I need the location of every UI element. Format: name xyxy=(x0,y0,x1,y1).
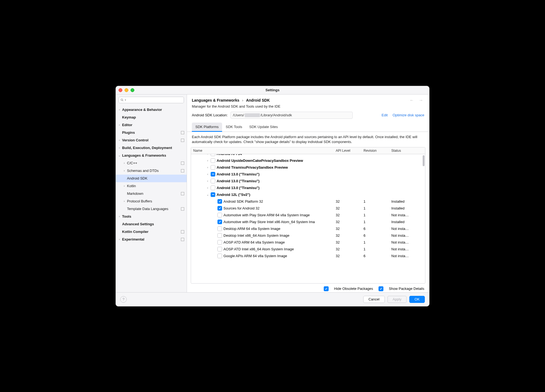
sdk-location-field[interactable]: /Users/ /Library/Android/sdk xyxy=(231,112,353,119)
row-checkbox[interactable] xyxy=(211,158,215,163)
row-checkbox[interactable] xyxy=(217,226,222,231)
chevron-right-icon[interactable]: › xyxy=(122,162,126,165)
tab-sdk-platforms[interactable]: SDK Platforms xyxy=(192,123,222,132)
row-label: Android 13.0 ("Tiramisu") xyxy=(217,186,259,190)
table-row[interactable]: Google APIs ARM 64 v8a System Image326No… xyxy=(191,253,425,259)
apply-button[interactable]: Apply xyxy=(387,296,407,303)
sidebar-item[interactable]: ›Schemas and DTDs xyxy=(116,167,187,175)
table-row[interactable]: Automotive with Play Store ARM 64 v8a Sy… xyxy=(191,212,425,218)
search-filter-dropdown-icon[interactable]: ▾ xyxy=(125,99,126,101)
chevron-right-icon[interactable]: › xyxy=(117,146,121,149)
sidebar-item-label: Build, Execution, Deployment xyxy=(122,146,172,150)
table-row[interactable]: Desktop ARM 64 v8a System Image326Not in… xyxy=(191,225,425,232)
row-checkbox[interactable] xyxy=(211,165,215,170)
sidebar-item[interactable]: Plugins xyxy=(116,129,187,136)
sidebar-item[interactable]: Keymap xyxy=(116,114,187,121)
row-checkbox[interactable] xyxy=(211,172,215,177)
sidebar-item-label: Advanced Settings xyxy=(122,222,154,226)
sidebar-item[interactable]: ›Tools xyxy=(116,213,187,220)
edit-link[interactable]: Edit xyxy=(382,113,387,117)
tab-sdk-update-sites[interactable]: SDK Update Sites xyxy=(246,123,281,132)
table-row[interactable]: Android SDK Platform 32321Installed xyxy=(191,198,425,205)
sidebar-item[interactable]: ›Build, Execution, Deployment xyxy=(116,144,187,152)
chevron-down-icon[interactable]: ⌄ xyxy=(206,193,209,196)
table-row[interactable]: Desktop Intel x86_64 Atom System Image32… xyxy=(191,232,425,239)
table-row[interactable]: ›Android 13.0 ("Tiramisu") xyxy=(191,178,425,184)
chevron-right-icon[interactable]: › xyxy=(206,166,209,169)
row-revision: 1 xyxy=(361,206,389,210)
row-checkbox[interactable] xyxy=(211,154,215,156)
table-row[interactable]: ›Android 13.0 ("Tiramisu") xyxy=(191,171,425,178)
table-row[interactable]: ›Android TiramisuPrivacySandbox Preview xyxy=(191,164,425,171)
scope-indicator-icon xyxy=(181,207,184,211)
sidebar-item[interactable]: ›C/C++ xyxy=(116,159,187,167)
table-row[interactable]: ›Android 13.0 ("Tiramisu") xyxy=(191,184,425,191)
chevron-right-icon[interactable]: › xyxy=(117,108,121,111)
ok-button[interactable]: OK xyxy=(409,296,425,303)
table-row[interactable]: Sources for Android 32321Installed xyxy=(191,205,425,212)
show-details-checkbox[interactable] xyxy=(379,286,383,291)
chevron-right-icon[interactable]: › xyxy=(206,159,209,162)
row-checkbox[interactable] xyxy=(217,199,222,204)
row-revision: 1 xyxy=(361,199,389,203)
sidebar-item[interactable]: Markdown xyxy=(116,190,187,197)
chevron-right-icon[interactable]: › xyxy=(206,154,209,155)
sidebar-item[interactable]: Kotlin Compiler xyxy=(116,228,187,236)
row-checkbox[interactable] xyxy=(217,254,222,258)
chevron-down-icon[interactable]: ⌄ xyxy=(117,154,121,157)
svg-line-1 xyxy=(123,100,123,101)
sidebar-item[interactable]: ›Kotlin xyxy=(116,182,187,190)
row-checkbox[interactable] xyxy=(217,247,222,251)
row-checkbox[interactable] xyxy=(211,179,215,183)
row-checkbox[interactable] xyxy=(217,206,222,211)
table-row[interactable]: ⌄Android 12L ("Sv2") xyxy=(191,191,425,198)
row-checkbox[interactable] xyxy=(217,220,222,224)
chevron-right-icon[interactable]: › xyxy=(206,186,209,189)
row-api-level: 32 xyxy=(334,254,361,258)
nav-forward-icon[interactable]: → xyxy=(418,98,424,103)
chevron-right-icon[interactable]: › xyxy=(117,139,121,142)
chevron-right-icon[interactable]: › xyxy=(122,169,126,172)
col-status[interactable]: Status xyxy=(389,147,425,154)
sidebar-item[interactable]: ›Protocol Buffers xyxy=(116,197,187,205)
table-row[interactable]: ›Android UpsideDownCakePrivacySandbox Pr… xyxy=(191,157,425,164)
sidebar-item[interactable]: ›Experimental xyxy=(116,236,187,243)
col-name[interactable]: Name xyxy=(191,147,334,154)
chevron-right-icon[interactable]: › xyxy=(122,200,126,203)
chevron-right-icon[interactable]: › xyxy=(117,123,121,126)
row-checkbox[interactable] xyxy=(217,240,222,245)
help-button[interactable]: ? xyxy=(120,296,127,303)
row-checkbox[interactable] xyxy=(217,233,222,238)
chevron-right-icon[interactable]: › xyxy=(122,184,126,187)
cancel-button[interactable]: Cancel xyxy=(363,296,384,303)
search-input[interactable] xyxy=(127,98,182,102)
sidebar-item[interactable]: ›Appearance & Behavior xyxy=(116,106,187,114)
optimize-link[interactable]: Optimize disk space xyxy=(393,113,424,117)
chevron-right-icon[interactable]: › xyxy=(117,215,121,218)
row-checkbox[interactable] xyxy=(211,186,215,190)
table-row[interactable]: AOSP ATD Intel x86_64 Atom System Image3… xyxy=(191,246,425,253)
search-input-wrapper[interactable]: ▾ xyxy=(119,97,184,103)
sidebar-item[interactable]: Template Data Languages xyxy=(116,205,187,213)
col-api-level[interactable]: API Level xyxy=(334,147,361,154)
table-row[interactable]: ›Android API 34 xyxy=(191,154,425,157)
chevron-right-icon[interactable]: › xyxy=(206,173,209,176)
row-checkbox[interactable] xyxy=(217,213,222,217)
nav-back-icon[interactable]: ← xyxy=(408,98,415,103)
sidebar-item[interactable]: Advanced Settings xyxy=(116,220,187,228)
chevron-right-icon[interactable]: › xyxy=(117,238,121,241)
tab-sdk-tools[interactable]: SDK Tools xyxy=(222,123,246,132)
table-body[interactable]: ›Android API 34›Android UpsideDownCakePr… xyxy=(191,154,425,283)
row-checkbox[interactable] xyxy=(211,192,215,197)
chevron-right-icon[interactable]: › xyxy=(206,180,209,183)
scrollbar-thumb[interactable] xyxy=(423,155,425,166)
breadcrumb-part[interactable]: Languages & Frameworks xyxy=(192,98,239,102)
table-row[interactable]: Automotive with Play Store Intel x86 Ato… xyxy=(191,218,425,225)
sidebar-item[interactable]: ›Version Control xyxy=(116,136,187,144)
sidebar-item[interactable]: ›Editor xyxy=(116,121,187,129)
col-revision[interactable]: Revision xyxy=(361,147,389,154)
sidebar-item[interactable]: Android SDK xyxy=(116,175,187,182)
hide-obsolete-checkbox[interactable] xyxy=(324,286,329,291)
table-row[interactable]: AOSP ATD ARM 64 v8a System Image321Not i… xyxy=(191,239,425,246)
sidebar-item[interactable]: ⌄Languages & Frameworks xyxy=(116,152,187,159)
